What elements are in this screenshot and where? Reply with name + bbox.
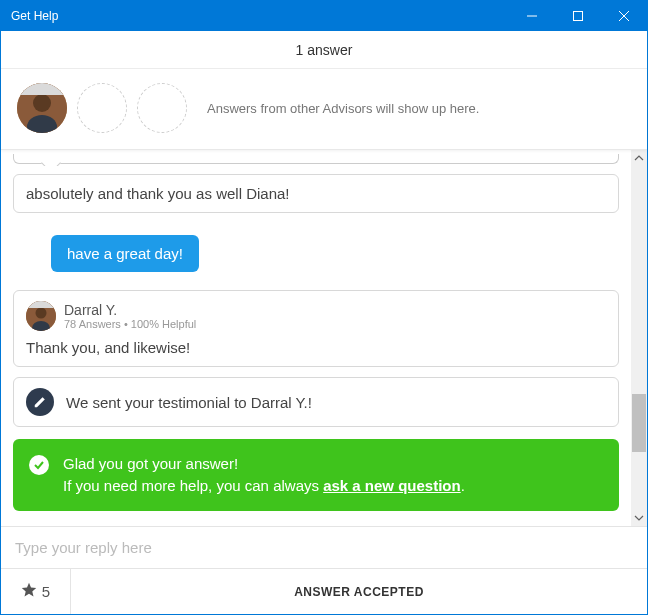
success-line1: Glad you got your answer! <box>63 453 465 475</box>
footer: 5 ANSWER ACCEPTED <box>1 568 647 614</box>
answer-count: 1 answer <box>296 42 353 58</box>
advisor-avatar[interactable] <box>17 83 67 133</box>
pencil-icon <box>26 388 54 416</box>
advisor-avatar-small <box>26 301 56 331</box>
svg-point-5 <box>33 94 51 112</box>
advisor-reply-card: Darral Y. 78 Answers • 100% Helpful Than… <box>13 290 619 367</box>
minimize-button[interactable] <box>509 1 555 31</box>
advisor-row: Answers from other Advisors will show up… <box>1 69 647 150</box>
chat-scroll[interactable]: absolutely and thank you as well Diana! … <box>1 150 631 526</box>
rating-button[interactable]: 5 <box>1 569 71 614</box>
subheader: 1 answer <box>1 31 647 69</box>
reply-row <box>1 526 647 568</box>
incoming-message: absolutely and thank you as well Diana! <box>13 174 619 213</box>
advisor-hint: Answers from other Advisors will show up… <box>207 101 479 116</box>
titlebar: Get Help <box>1 1 647 31</box>
star-icon <box>21 582 37 602</box>
svg-rect-11 <box>26 301 56 308</box>
maximize-button[interactable] <box>555 1 601 31</box>
success-banner: Glad you got your answer! If you need mo… <box>13 439 619 511</box>
svg-point-9 <box>36 308 47 319</box>
advisor-avatar-placeholder <box>137 83 187 133</box>
prior-message-peek <box>13 154 619 166</box>
message-text: have a great day! <box>67 245 183 262</box>
testimonial-notice: We sent your testimonial to Darral Y.! <box>13 377 619 427</box>
svg-rect-7 <box>17 83 67 95</box>
scroll-up-icon[interactable] <box>631 150 647 166</box>
svg-rect-1 <box>574 12 583 21</box>
content-area: absolutely and thank you as well Diana! … <box>1 150 647 526</box>
close-button[interactable] <box>601 1 647 31</box>
ask-new-question-link[interactable]: ask a new question <box>323 477 461 494</box>
success-line2: If you need more help, you can always as… <box>63 475 465 497</box>
scrollbar[interactable] <box>631 150 647 526</box>
scroll-down-icon[interactable] <box>631 510 647 526</box>
window-title: Get Help <box>11 9 509 23</box>
advisor-name: Darral Y. <box>64 302 196 318</box>
reply-input[interactable] <box>15 539 633 556</box>
advisor-stats: 78 Answers • 100% Helpful <box>64 318 196 330</box>
outgoing-message: have a great day! <box>51 235 199 272</box>
message-text: absolutely and thank you as well Diana! <box>26 185 290 202</box>
testimonial-text: We sent your testimonial to Darral Y.! <box>66 394 312 411</box>
scroll-thumb[interactable] <box>632 394 646 452</box>
app-window: Get Help 1 answer Answers from other Adv… <box>0 0 648 615</box>
check-icon <box>29 455 49 475</box>
answer-status[interactable]: ANSWER ACCEPTED <box>71 569 647 614</box>
message-text: Thank you, and likewise! <box>26 339 606 356</box>
rating-value: 5 <box>42 583 50 600</box>
advisor-avatar-placeholder <box>77 83 127 133</box>
